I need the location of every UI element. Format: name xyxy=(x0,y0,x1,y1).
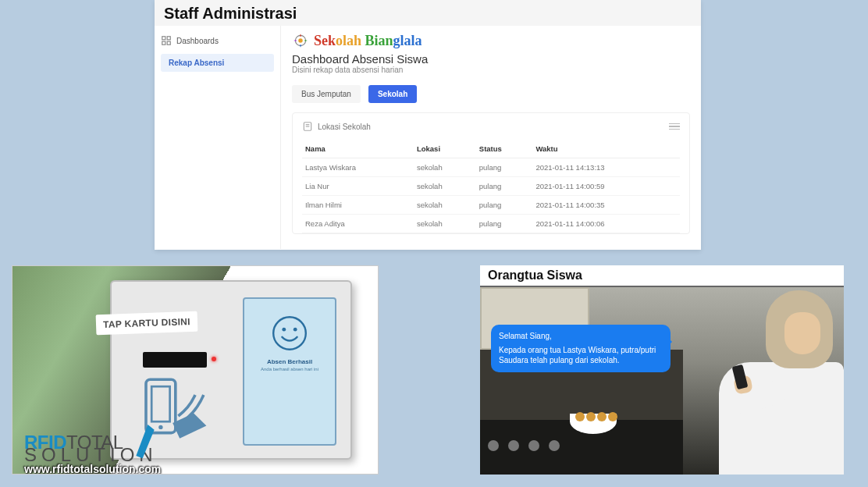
sms-greeting: Selamat Siang, xyxy=(499,331,663,342)
cell-status: pulang xyxy=(476,215,533,233)
table-row[interactable]: Lia Nursekolahpulang2021-01-11 14:00:59 xyxy=(302,177,680,196)
device-screen: Absen Berhasil Anda berhasil absen hari … xyxy=(243,297,336,446)
cell-lokasi: sekolah xyxy=(414,177,476,196)
col-lokasi: Lokasi xyxy=(414,140,476,158)
sidebar: Dashboards Rekap Absensi xyxy=(155,26,281,249)
arrow-icon xyxy=(130,421,161,460)
stove-knob-icon xyxy=(528,440,539,451)
attendance-table: Nama Lokasi Status Waktu Lastya Wiskaras… xyxy=(302,140,680,233)
cell-waktu: 2021-01-11 14:00:06 xyxy=(532,215,680,233)
cell-lokasi: sekolah xyxy=(414,158,476,177)
attendance-card: Lokasi Sekolah Nama Lokasi Status Waktu … xyxy=(292,112,690,234)
table-row[interactable]: Reza Adityasekolahpulang2021-01-11 14:00… xyxy=(302,215,680,233)
dashboard-header: Staff Administrasi xyxy=(155,0,701,26)
tap-label: TAP KARTU DISINI xyxy=(96,311,198,336)
brand-url: www.rfidtotalsolution.com xyxy=(24,463,161,475)
cell-lokasi: sekolah xyxy=(414,215,476,233)
stove-knob-icon xyxy=(508,440,519,451)
screen-message: Anda berhasil absen hari ini xyxy=(253,365,326,373)
page-title: Dashboard Absensi Siswa xyxy=(292,52,690,66)
tabs: Bus Jemputan Sekolah xyxy=(292,85,690,103)
sidebar-section-label: Dashboards xyxy=(176,37,219,45)
svg-point-5 xyxy=(298,38,303,43)
cell-waktu: 2021-01-11 14:13:13 xyxy=(532,158,680,177)
table-row[interactable]: Ilman Hilmisekolahpulang2021-01-11 14:00… xyxy=(302,196,680,215)
page-subtitle: Disini rekap data absensi harian xyxy=(292,66,690,74)
cell-waktu: 2021-01-11 14:00:59 xyxy=(532,177,680,196)
school-brand-text: Sekolah Bianglala xyxy=(314,33,422,49)
kitchen-scene: Selamat Siang, Kepada orang tua Lastya W… xyxy=(480,287,844,475)
col-nama: Nama xyxy=(302,140,414,158)
svg-rect-2 xyxy=(162,41,165,44)
sidebar-section: Dashboards xyxy=(161,35,274,46)
cell-nama: Ilman Hilmi xyxy=(302,196,414,215)
svg-rect-1 xyxy=(167,37,170,40)
school-logo-icon xyxy=(292,32,309,49)
school-brand: Sekolah Bianglala xyxy=(292,32,690,49)
stove-knob-icon xyxy=(488,440,499,451)
parent-title: Orangtua Siswa xyxy=(480,265,844,286)
tab-sekolah[interactable]: Sekolah xyxy=(368,85,417,103)
cell-lokasi: sekolah xyxy=(414,196,476,215)
screen-status: Absen Berhasil xyxy=(267,358,312,365)
location-icon xyxy=(302,121,313,132)
app-title: Staff Administrasi xyxy=(164,5,692,23)
dashboard-icon xyxy=(161,35,172,46)
stove-knob-icon xyxy=(549,440,560,451)
cell-status: pulang xyxy=(476,158,533,177)
main-content: Sekolah Bianglala Dashboard Absensi Sisw… xyxy=(281,26,701,249)
parent-panel: Orangtua Siswa Selamat Siang, Kepada xyxy=(480,265,844,475)
card-menu-icon[interactable] xyxy=(669,123,680,130)
cell-status: pulang xyxy=(476,177,533,196)
parent-figure xyxy=(711,290,844,475)
cell-status: pulang xyxy=(476,196,533,215)
sidebar-item-rekap-absensi[interactable]: Rekap Absensi xyxy=(161,54,274,72)
svg-rect-0 xyxy=(162,37,165,40)
dashboard-panel: Staff Administrasi Dashboards Rekap Abse… xyxy=(155,0,701,250)
col-status: Status xyxy=(476,140,533,158)
cell-nama: Lastya Wiskara xyxy=(302,158,414,177)
svg-rect-10 xyxy=(151,386,169,421)
cell-nama: Lia Nur xyxy=(302,177,414,196)
cell-nama: Reza Aditya xyxy=(302,215,414,233)
svg-rect-3 xyxy=(167,41,170,44)
table-row[interactable]: Lastya Wiskarasekolahpulang2021-01-11 14… xyxy=(302,158,680,177)
cell-waktu: 2021-01-11 14:00:35 xyxy=(532,196,680,215)
tab-bus-jemputan[interactable]: Bus Jemputan xyxy=(292,85,361,103)
svg-point-13 xyxy=(282,328,286,332)
smiley-icon xyxy=(271,315,308,352)
sms-bubble: Selamat Siang, Kepada orang tua Lastya W… xyxy=(491,325,671,372)
led-indicator-icon xyxy=(212,357,216,361)
card-slot xyxy=(143,352,207,368)
sms-body: Kepada orang tua Lastya Wiskara, putra/p… xyxy=(499,345,663,366)
card-title: Lokasi Sekolah xyxy=(318,123,371,131)
svg-point-14 xyxy=(293,328,297,332)
device-panel: TAP KARTU DISINI Absen Berhasil Anda ber… xyxy=(12,265,379,475)
col-waktu: Waktu xyxy=(532,140,680,158)
svg-point-12 xyxy=(273,317,306,350)
